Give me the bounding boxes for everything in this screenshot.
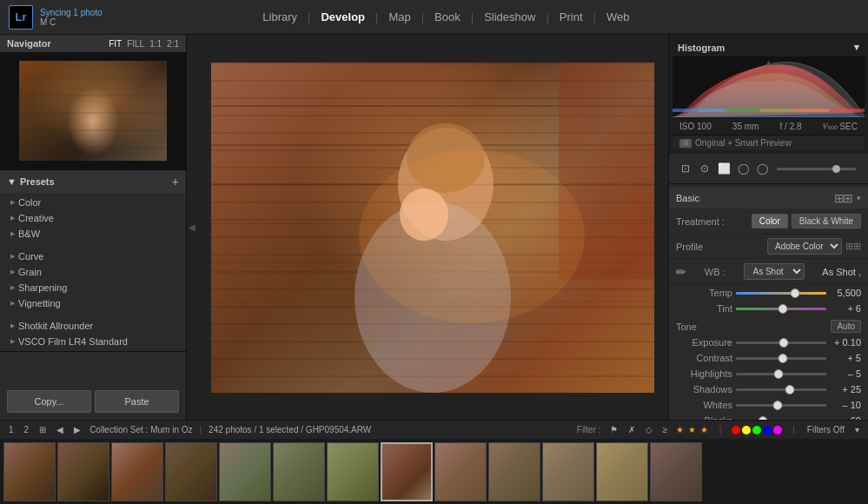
preset-group-shotkit[interactable]: ▶ Shotkit Allrounder bbox=[0, 318, 186, 334]
page-2[interactable]: 2 bbox=[23, 425, 31, 434]
treatment-color[interactable]: Color bbox=[752, 214, 788, 229]
page-1[interactable]: 1 bbox=[7, 425, 16, 434]
nav-print[interactable]: Print bbox=[553, 7, 590, 27]
flag-filter[interactable]: ⚑ bbox=[608, 425, 620, 434]
grid-view-btn[interactable]: ⊞ bbox=[37, 425, 48, 434]
exposure-slider[interactable] bbox=[736, 342, 826, 344]
basic-section-header[interactable]: Basic ⊞⊞ ▾ bbox=[669, 188, 868, 209]
yellow-filter[interactable] bbox=[742, 426, 751, 434]
preset-group-creative[interactable]: ▶ Creative bbox=[0, 210, 186, 226]
preset-group-label-grain: Grain bbox=[18, 267, 42, 277]
copy-button[interactable]: Copy... bbox=[7, 390, 91, 413]
temp-row: Temp 5,500 bbox=[669, 285, 868, 301]
film-thumb-9[interactable] bbox=[434, 442, 487, 501]
treatment-bw[interactable]: Black & White bbox=[792, 214, 861, 229]
preset-group-vignetting[interactable]: ▶ Vignetting bbox=[0, 295, 186, 311]
film-thumb-11[interactable] bbox=[542, 442, 594, 501]
film-thumb-8[interactable] bbox=[381, 442, 433, 501]
right-panel: Histogram ▾ ▲ bbox=[668, 35, 868, 420]
preset-group-color[interactable]: ▶ Color bbox=[0, 195, 186, 210]
film-thumb-7[interactable] bbox=[327, 442, 379, 501]
wb-eyedropper[interactable]: ✏ bbox=[676, 265, 686, 279]
whites-slider[interactable] bbox=[736, 404, 826, 407]
presets-header[interactable]: ▼ Presets + bbox=[0, 170, 186, 193]
wb-label: WB : bbox=[705, 267, 726, 277]
histogram-up-arrow: ▲ bbox=[765, 58, 772, 67]
photo-count: 242 photos / 1 selected / GHP09504.ARW bbox=[209, 425, 371, 434]
preset-group-sharpening[interactable]: ▶ Sharpening bbox=[0, 280, 186, 295]
preset-group-vsco[interactable]: ▶ VSCO Film LR4 Standard bbox=[0, 334, 186, 349]
basic-expand[interactable]: ▾ bbox=[857, 194, 861, 202]
prev-nav[interactable]: ◀ bbox=[55, 425, 65, 434]
filters-off[interactable]: Filters Off bbox=[805, 425, 846, 434]
filmstrip-area[interactable] bbox=[0, 439, 868, 504]
wb-select[interactable]: As Shot bbox=[744, 263, 805, 280]
preset-group-curve[interactable]: ▶ Curve bbox=[0, 249, 186, 264]
unflag-filter[interactable]: ◇ bbox=[644, 425, 654, 434]
nav-web[interactable]: Web bbox=[600, 7, 637, 27]
contrast-row: Contrast + 5 bbox=[669, 350, 868, 366]
preset-group-grain[interactable]: ▶ Grain bbox=[0, 264, 186, 280]
purple-filter[interactable] bbox=[773, 426, 782, 434]
tools-slider[interactable] bbox=[777, 168, 856, 170]
histogram-chevron[interactable]: ▾ bbox=[854, 42, 859, 53]
wb-row: ✏ WB : As Shot As Shot , bbox=[669, 259, 868, 285]
basic-grid-button[interactable]: ⊞⊞ bbox=[834, 191, 851, 205]
size-fit[interactable]: FIT bbox=[109, 39, 122, 49]
film-thumb-12[interactable] bbox=[596, 442, 648, 501]
shadows-slider[interactable] bbox=[736, 388, 826, 391]
add-preset-button[interactable]: + bbox=[172, 175, 179, 189]
size-fill[interactable]: FILL bbox=[127, 39, 144, 49]
profile-select[interactable]: Adobe Color bbox=[767, 238, 842, 255]
spot-tool[interactable]: ⊙ bbox=[695, 159, 714, 178]
highlights-slider[interactable] bbox=[736, 373, 826, 375]
size-1-1[interactable]: 1:1 bbox=[149, 39, 162, 49]
contrast-slider[interactable] bbox=[736, 357, 826, 360]
next-nav[interactable]: ▶ bbox=[72, 425, 83, 434]
tint-slider[interactable] bbox=[736, 308, 826, 310]
nav-book[interactable]: Book bbox=[427, 7, 467, 27]
main-photo-area[interactable] bbox=[197, 35, 668, 420]
treatment-options: Color Black & White bbox=[752, 214, 861, 229]
reject-filter[interactable]: ✗ bbox=[626, 425, 637, 434]
presets-title: ▼ Presets bbox=[7, 176, 55, 187]
sort-filter[interactable]: ≥ bbox=[661, 425, 670, 434]
gradient-tool[interactable]: ◯ bbox=[733, 159, 752, 178]
film-thumb-13[interactable] bbox=[650, 442, 702, 501]
size-2-1[interactable]: 2:1 bbox=[167, 39, 179, 49]
preset-group-bw[interactable]: ▶ B&W bbox=[0, 226, 186, 242]
left-panel-handle[interactable]: ◀ bbox=[187, 35, 197, 420]
green-filter[interactable] bbox=[752, 426, 761, 434]
radial-tool[interactable]: ◯ bbox=[752, 159, 772, 178]
redeye-tool[interactable]: ⬜ bbox=[714, 159, 733, 178]
contrast-value: + 5 bbox=[830, 353, 861, 363]
paste-button[interactable]: Paste bbox=[95, 390, 179, 413]
navigator-preview[interactable] bbox=[0, 52, 186, 169]
svg-rect-23 bbox=[829, 109, 865, 112]
smart-preview-icon: ⊞ bbox=[679, 139, 692, 148]
center-area bbox=[197, 35, 668, 420]
histogram-section: Histogram ▾ ▲ bbox=[669, 35, 868, 154]
star-filter[interactable]: ★ ★ ★ bbox=[676, 425, 709, 434]
film-thumb-1[interactable] bbox=[3, 442, 56, 501]
profile-grid-icon[interactable]: ⊞⊞ bbox=[845, 241, 861, 252]
nav-slideshow[interactable]: Slideshow bbox=[477, 7, 542, 27]
crop-tool[interactable]: ⊡ bbox=[676, 159, 695, 178]
navigator-sizes: FIT FILL 1:1 2:1 bbox=[109, 39, 179, 49]
temp-slider[interactable] bbox=[736, 292, 826, 295]
red-filter[interactable] bbox=[732, 426, 740, 434]
nav-library[interactable]: Library bbox=[255, 7, 304, 27]
film-thumb-4[interactable] bbox=[165, 442, 217, 501]
film-thumb-6[interactable] bbox=[273, 442, 325, 501]
blue-filter[interactable] bbox=[763, 426, 772, 434]
film-thumb-2[interactable] bbox=[57, 442, 109, 501]
auto-button[interactable]: Auto bbox=[831, 320, 861, 333]
film-thumb-3[interactable] bbox=[111, 442, 163, 501]
more-options[interactable]: ▾ bbox=[853, 425, 861, 434]
nav-develop[interactable]: Develop bbox=[314, 7, 372, 27]
shadows-row: Shadows + 25 bbox=[669, 381, 868, 397]
nav-map[interactable]: Map bbox=[381, 7, 417, 27]
film-thumb-10[interactable] bbox=[488, 442, 540, 501]
film-thumb-5[interactable] bbox=[219, 442, 271, 501]
blacks-slider[interactable] bbox=[736, 420, 826, 421]
